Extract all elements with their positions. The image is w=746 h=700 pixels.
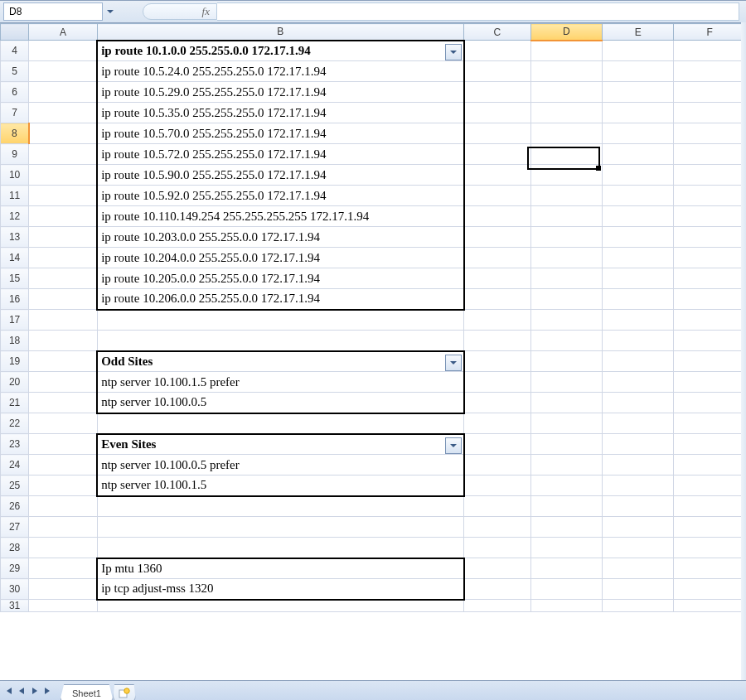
cell-B11[interactable]: ip route 10.5.92.0 255.255.255.0 172.17.… [97, 186, 463, 206]
col-header-A[interactable]: A [29, 24, 97, 41]
sheet-tab-label: Sheet1 [72, 688, 101, 698]
cell-B29[interactable]: Ip mtu 1360 [97, 558, 463, 579]
formula-bar: D8 fx [0, 1, 746, 23]
select-all-corner[interactable] [1, 24, 29, 41]
row-header[interactable]: 26 [1, 496, 29, 517]
col-header-E[interactable]: E [603, 24, 674, 41]
tab-nav-buttons [0, 683, 56, 698]
tab-nav-last[interactable] [41, 683, 55, 698]
cell-B25[interactable]: ntp server 10.100.1.5 [97, 476, 463, 496]
cell-B12[interactable]: ip route 10.110.149.254 255.255.255.255 … [97, 206, 463, 227]
row-header[interactable]: 5 [1, 61, 29, 82]
fx-icon: fx [202, 5, 210, 18]
cell-text: Even Sites [101, 437, 156, 451]
cell-B5[interactable]: ip route 10.5.24.0 255.255.255.0 172.17.… [97, 61, 463, 82]
filter-dropdown[interactable] [445, 44, 462, 60]
row-header[interactable]: 30 [1, 579, 29, 600]
row-header[interactable]: 12 [1, 206, 29, 227]
name-box-dropdown[interactable] [103, 2, 118, 21]
row-header[interactable]: 14 [1, 248, 29, 268]
row-header[interactable]: 11 [1, 186, 29, 206]
row-header[interactable]: 22 [1, 413, 29, 434]
row-header[interactable]: 17 [1, 310, 29, 331]
filter-dropdown[interactable] [445, 437, 462, 454]
grid-table: A B C D E F 4 ip route 10.1.0.0 255.255.… [0, 23, 746, 612]
cell-B15[interactable]: ip route 10.205.0.0 255.255.0.0 172.17.1… [97, 268, 463, 289]
filter-dropdown[interactable] [445, 355, 462, 371]
name-box-text: D8 [9, 6, 22, 17]
cell-B16[interactable]: ip route 10.206.0.0 255.255.0.0 172.17.1… [97, 289, 463, 310]
row-header[interactable]: 13 [1, 227, 29, 248]
tab-nav-prev[interactable] [15, 683, 28, 698]
row-header[interactable]: 6 [1, 82, 29, 103]
cell-text: ip route 10.1.0.0 255.255.0.0 172.17.1.9… [101, 44, 311, 57]
col-header-B[interactable]: B [97, 24, 463, 41]
cell-B30[interactable]: ip tcp adjust-mss 1320 [97, 579, 463, 600]
col-header-F[interactable]: F [674, 24, 746, 41]
row-header[interactable]: 25 [1, 476, 29, 496]
cell-B20[interactable]: ntp server 10.100.1.5 prefer [97, 372, 463, 393]
name-box[interactable]: D8 [3, 2, 103, 21]
cell-B8[interactable]: ip route 10.5.70.0 255.255.255.0 172.17.… [97, 123, 463, 144]
sheet-tab-sheet1[interactable]: Sheet1 [60, 684, 114, 700]
formula-input[interactable] [217, 2, 739, 21]
row-header[interactable]: 16 [1, 289, 29, 310]
row-header[interactable]: 15 [1, 268, 29, 289]
col-header-D[interactable]: D [530, 24, 602, 41]
tab-nav-next[interactable] [28, 683, 41, 698]
cell-B23[interactable]: Even Sites [97, 434, 463, 455]
cell-B6[interactable]: ip route 10.5.29.0 255.255.255.0 172.17.… [97, 82, 463, 103]
row-header-active[interactable]: 8 [1, 123, 29, 144]
cell-C4[interactable] [464, 41, 530, 61]
svg-point-1 [124, 688, 129, 693]
row-header[interactable]: 4 [1, 41, 29, 61]
cell-D4[interactable] [530, 41, 602, 61]
name-box-group: D8 [3, 2, 118, 21]
cell-B13[interactable]: ip route 10.203.0.0 255.255.0.0 172.17.1… [97, 227, 463, 248]
insert-function-button[interactable]: fx [143, 3, 217, 20]
row-header[interactable]: 21 [1, 393, 29, 413]
sheet-tabs: Sheet1 [60, 681, 135, 700]
cell-B7[interactable]: ip route 10.5.35.0 255.255.255.0 172.17.… [97, 103, 463, 123]
cell-A4[interactable] [29, 41, 97, 61]
row-header[interactable]: 20 [1, 372, 29, 393]
worksheet-grid[interactable]: A B C D E F 4 ip route 10.1.0.0 255.255.… [0, 23, 746, 682]
tab-nav-first[interactable] [2, 683, 15, 698]
row-header[interactable]: 27 [1, 517, 29, 538]
fx-area: fx [143, 3, 217, 20]
cell-B24[interactable]: ntp server 10.100.0.5 prefer [97, 455, 463, 476]
cell-text: Odd Sites [101, 355, 153, 368]
row-header[interactable]: 19 [1, 351, 29, 372]
cell-D8[interactable] [530, 123, 602, 144]
vertical-scrollbar-hint[interactable] [741, 22, 746, 681]
row-header[interactable]: 7 [1, 103, 29, 123]
cell-F4[interactable] [674, 41, 746, 61]
cell-B14[interactable]: ip route 10.204.0.0 255.255.0.0 172.17.1… [97, 248, 463, 268]
cell-B19[interactable]: Odd Sites [97, 351, 463, 372]
column-header-row: A B C D E F [1, 24, 746, 41]
row-header[interactable]: 18 [1, 331, 29, 351]
cell-B4[interactable]: ip route 10.1.0.0 255.255.0.0 172.17.1.9… [97, 41, 463, 61]
row-header[interactable]: 9 [1, 144, 29, 165]
cell-E4[interactable] [603, 41, 674, 61]
excel-window: D8 fx A B C D E F [0, 0, 746, 700]
cell-B9[interactable]: ip route 10.5.72.0 255.255.255.0 172.17.… [97, 144, 463, 165]
sheet-tab-bar: Sheet1 [0, 680, 746, 700]
col-header-C[interactable]: C [464, 24, 530, 41]
row-header[interactable]: 23 [1, 434, 29, 455]
row-header[interactable]: 10 [1, 165, 29, 186]
cell-B10[interactable]: ip route 10.5.90.0 255.255.255.0 172.17.… [97, 165, 463, 186]
row-header[interactable]: 31 [1, 600, 29, 612]
row-header[interactable]: 24 [1, 455, 29, 476]
cell-B21[interactable]: ntp server 10.100.0.5 [97, 393, 463, 413]
insert-sheet-button[interactable] [113, 684, 136, 700]
row-header[interactable]: 29 [1, 558, 29, 579]
row-header[interactable]: 28 [1, 538, 29, 558]
